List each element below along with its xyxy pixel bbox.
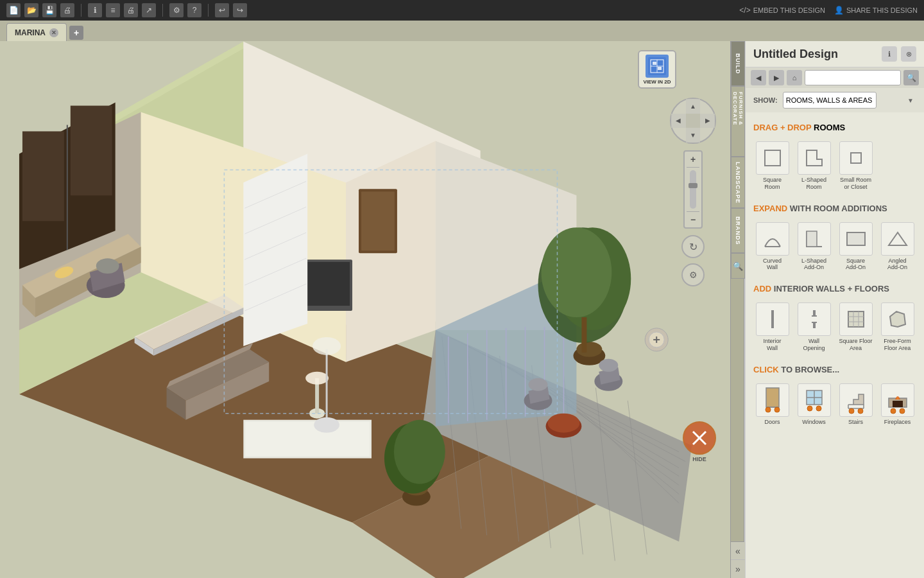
panel-close-btn[interactable]: ⊗ — [901, 46, 916, 62]
zoom-out-btn[interactable]: − — [683, 212, 703, 227]
item-small-room[interactable]: Small Roomor Closet — [837, 139, 875, 193]
drag-rooms-grid: SquareRoom L-ShapedRoom — [753, 139, 916, 193]
section-drag-rooms-title: DRAG + DROP ROOMS — [753, 123, 916, 132]
room-scene — [0, 41, 730, 578]
fireplaces-label: Fireplaces — [884, 419, 911, 426]
item-angled-addon[interactable]: AngledAdd-On — [878, 220, 916, 274]
item-stairs[interactable]: Stairs — [837, 381, 875, 428]
show-bar: SHOW: ROOMS, WALLS & AREAS ▼ — [746, 88, 924, 112]
share-btn[interactable]: 👤 SHARE THIS DESIGN — [834, 6, 918, 15]
add-tab-btn[interactable]: + — [69, 26, 83, 40]
curved-wall-label: CurvedWall — [763, 258, 782, 272]
square-floor-label: Square FloorArea — [839, 338, 872, 352]
tab-label: MARINA — [15, 28, 46, 37]
square-addon-icon — [839, 222, 873, 256]
item-fireplaces[interactable]: Fireplaces — [878, 381, 916, 428]
toolbar-export-btn[interactable]: ↗ — [142, 3, 156, 17]
view-2d-btn[interactable]: VIEW IN 2D — [638, 50, 676, 89]
tab-search[interactable]: 🔍 — [731, 253, 745, 279]
toolbar-redo-btn[interactable]: ↪ — [233, 3, 247, 17]
section-expand-title: EXPAND WITH ROOM ADDITIONS — [753, 204, 916, 213]
tab-furnish[interactable]: FURNISH & DECORATE — [731, 86, 745, 157]
nav-up-btn[interactable]: ▲ — [686, 99, 701, 114]
rotate-btn[interactable]: ↻ — [681, 235, 705, 258]
hide-label: HIDE — [683, 456, 716, 462]
toolbar-print2-btn[interactable]: 🖨 — [124, 3, 138, 17]
toolbar-new-btn[interactable]: 📄 — [6, 3, 21, 17]
svg-point-62 — [542, 227, 612, 317]
section-expand-rest: WITH ROOM ADDITIONS — [790, 204, 887, 213]
panel-back-btn[interactable]: ◀ — [751, 70, 766, 85]
svg-point-67 — [394, 420, 445, 484]
panel-search-btn[interactable]: 🔍 — [903, 70, 919, 85]
toolbar-list-btn[interactable]: ≡ — [106, 3, 120, 17]
small-room-icon — [839, 141, 873, 175]
nav-left-btn[interactable]: ◀ — [671, 114, 686, 128]
canvas-area[interactable]: VIEW IN 2D ▲ ◀ ▶ ▼ + — [0, 41, 730, 578]
toolbar-help-btn[interactable]: ? — [187, 3, 201, 17]
freeform-floor-label: Free-FormFloor Area — [884, 338, 911, 352]
section-drag-orange: DRAG + DROP — [753, 123, 811, 132]
item-windows[interactable]: Windows — [795, 381, 833, 428]
panel-search-input[interactable] — [805, 70, 901, 85]
nav-down-btn[interactable]: ▼ — [686, 128, 701, 143]
show-dropdown-wrap: ROOMS, WALLS & AREAS ▼ — [783, 92, 916, 109]
zoom-slider[interactable] — [690, 170, 696, 209]
stairs-label: Stairs — [848, 419, 863, 426]
nav-bottomleft — [671, 128, 686, 143]
toolbar-settings-btn[interactable]: ⚙ — [169, 3, 184, 17]
wall-opening-icon — [798, 302, 831, 336]
nav-center-btn[interactable] — [686, 114, 701, 128]
tab-landscape[interactable]: LANDSCAPE — [731, 157, 745, 208]
panel-nav: ◀ ▶ ⌂ 🔍 — [746, 67, 924, 88]
embed-btn[interactable]: </> EMBED THIS DESIGN — [739, 6, 825, 15]
item-square-room[interactable]: SquareRoom — [753, 139, 791, 193]
item-doors[interactable]: Doors — [753, 381, 791, 428]
nav-topright — [700, 99, 715, 114]
panel-home-btn[interactable]: ⌂ — [787, 70, 802, 85]
item-square-addon[interactable]: SquareAdd-On — [837, 220, 875, 274]
nav-bottomright — [700, 128, 715, 143]
section-browse-title: CLICK TO BROWSE... — [753, 365, 916, 374]
tab-build[interactable]: BUILD — [731, 41, 745, 86]
svg-point-126 — [807, 406, 812, 411]
toolbar-undo-btn[interactable]: ↩ — [215, 3, 229, 17]
section-drag-rooms: DRAG + DROP ROOMS SquareRoom — [753, 123, 916, 193]
collapse-up-btn[interactable]: « — [731, 542, 745, 560]
section-interior: ADD INTERIOR WALLS + FLOORS InteriorWall — [753, 284, 916, 355]
toolbar-save-btn[interactable]: 💾 — [42, 3, 56, 17]
nav-right-btn[interactable]: ▶ — [700, 114, 715, 128]
svg-point-70 — [529, 378, 548, 391]
zoom-in-btn[interactable]: + — [683, 152, 703, 167]
panel-content[interactable]: DRAG + DROP ROOMS SquareRoom — [746, 112, 924, 578]
panel-info-btn[interactable]: ℹ — [882, 46, 897, 62]
l-shaped-room-label: L-ShapedRoom — [801, 177, 826, 191]
item-square-floor[interactable]: Square FloorArea — [837, 300, 875, 355]
item-freeform-floor[interactable]: Free-FormFloor Area — [878, 300, 916, 355]
item-curved-wall[interactable]: CurvedWall — [753, 220, 791, 274]
svg-point-137 — [900, 408, 905, 414]
zoom-sep — [687, 167, 700, 168]
toolbar-print-btn[interactable]: 🖨 — [60, 3, 74, 17]
main-tab[interactable]: MARINA ✕ — [6, 23, 67, 41]
tabbar: MARINA ✕ + — [0, 21, 924, 41]
hide-icon-circle[interactable] — [683, 421, 716, 455]
tab-close-btn[interactable]: ✕ — [49, 28, 58, 37]
angled-addon-label: AngledAdd-On — [887, 258, 907, 272]
panel-forward-btn[interactable]: ▶ — [769, 70, 784, 85]
section-interior-title: ADD INTERIOR WALLS + FLOORS — [753, 284, 916, 293]
item-wall-opening[interactable]: WallOpening — [795, 300, 833, 355]
collapse-down-btn[interactable]: » — [731, 560, 745, 578]
show-dropdown[interactable]: ROOMS, WALLS & AREAS — [783, 92, 877, 109]
side-tab-spacer — [731, 279, 744, 541]
item-l-shaped-addon[interactable]: L-ShapedAdd-On — [795, 220, 833, 274]
toolbar-sep1 — [81, 4, 81, 17]
toolbar-sep3 — [208, 4, 209, 17]
item-interior-wall[interactable]: InteriorWall — [753, 300, 791, 355]
toolbar-open-btn[interactable]: 📂 — [24, 3, 38, 17]
toolbar-info-btn[interactable]: ℹ — [88, 3, 102, 17]
tab-brands[interactable]: BRANDS — [731, 208, 745, 253]
svg-point-87 — [312, 337, 341, 355]
scene-settings-btn[interactable]: ⚙ — [681, 263, 705, 286]
item-l-shaped-room[interactable]: L-ShapedRoom — [795, 139, 833, 193]
